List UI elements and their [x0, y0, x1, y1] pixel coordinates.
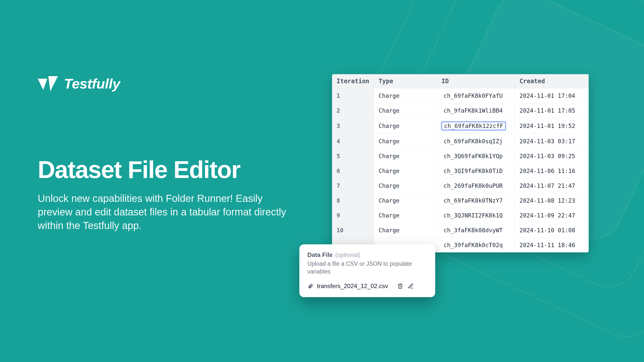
table-row[interactable]: 4Chargech_69faFK8k0sqIZj2024-11-03 03:17 [332, 134, 589, 149]
cell-created[interactable]: 2024-11-03 03:17 [515, 134, 589, 149]
cell-id[interactable]: ch_69faFK8k0FYafU [437, 88, 515, 103]
cell-id[interactable]: ch_3faFK8k08dvyWT [437, 223, 515, 238]
cell-type[interactable]: Charge [374, 178, 437, 193]
table-row[interactable]: 8Chargech_69faFK8k0TNzY72024-11-08 12:23 [332, 193, 589, 208]
cell-id[interactable]: ch_69faFK8k0sqIZj [437, 134, 515, 149]
col-header-type[interactable]: Type [374, 74, 437, 88]
page-title: Dataset File Editor [38, 157, 299, 183]
cell-type[interactable]: Charge [374, 103, 437, 118]
cell-created[interactable]: 2024-11-09 22:47 [515, 208, 589, 223]
table-row[interactable]: 1Chargech_69faFK8k0FYafU2024-11-01 17:04 [332, 88, 589, 103]
cell-type[interactable]: Charge [374, 134, 437, 149]
cell-type[interactable]: Charge [374, 118, 437, 134]
cell-iteration[interactable]: 8 [332, 193, 374, 208]
table-row[interactable]: 6Chargech_3QI9faFK8k0TiD2024-11-06 11:16 [332, 164, 589, 178]
testfully-logo-icon [38, 76, 58, 91]
table-header-row: Iteration Type ID Created [332, 74, 589, 88]
delete-file-button[interactable] [397, 283, 404, 290]
cell-type[interactable]: Charge [374, 149, 437, 164]
cell-created[interactable]: 2024-11-01 19:52 [515, 118, 589, 134]
cell-id[interactable]: ch_39faFK8k0cT02q [437, 238, 515, 253]
hero-panel: Testfully Dataset File Editor Unlock new… [38, 75, 299, 232]
data-file-description: Upload a file a CSV or JSON to populate … [307, 260, 427, 276]
attached-file-name[interactable]: transfers_2024_12_02.csv [317, 283, 388, 290]
cell-created[interactable]: 2024-11-01 17:04 [515, 88, 589, 103]
edit-file-button[interactable] [407, 283, 414, 290]
cell-iteration[interactable]: 6 [332, 164, 374, 178]
dataset-table[interactable]: Iteration Type ID Created 1Chargech_69fa… [332, 74, 589, 252]
cell-type[interactable]: Charge [374, 208, 437, 223]
cell-iteration[interactable]: 10 [332, 223, 374, 238]
cell-created[interactable]: 2024-11-07 21:47 [515, 178, 589, 193]
cell-id[interactable]: ch_3QJNRII2FK8k1Q [437, 208, 515, 223]
cell-type[interactable]: Charge [374, 223, 437, 238]
cell-id[interactable]: ch_269faFK8k0uPUR [437, 178, 515, 193]
cell-iteration[interactable]: 4 [332, 134, 374, 149]
attachment-icon [307, 283, 313, 289]
cell-created[interactable]: 2024-11-01 17:05 [515, 103, 589, 118]
cell-id[interactable]: ch_9faFK8k1WliBB4 [437, 103, 515, 118]
brand-logo: Testfully [38, 75, 299, 92]
page-description: Unlock new capabilities with Folder Runn… [38, 192, 299, 232]
data-file-heading: Data File (optional) [307, 251, 427, 258]
col-header-iteration[interactable]: Iteration [332, 74, 374, 88]
table-row[interactable]: 9Chargech_3QJNRII2FK8k1Q2024-11-09 22:47 [332, 208, 589, 223]
cell-id[interactable]: ch_69faFK8k0TNzY7 [437, 193, 515, 208]
data-file-card: Data File (optional) Upload a file a CSV… [299, 244, 435, 297]
dataset-table-panel: Iteration Type ID Created 1Chargech_69fa… [332, 74, 589, 252]
cell-iteration[interactable]: 7 [332, 178, 374, 193]
cell-created[interactable]: 2024-11-06 11:16 [515, 164, 589, 178]
cell-iteration[interactable]: 5 [332, 149, 374, 164]
cell-created[interactable]: 2024-11-08 12:23 [515, 193, 589, 208]
cell-created[interactable]: 2024-11-11 18:46 [515, 238, 589, 253]
cell-iteration[interactable]: 1 [332, 88, 374, 103]
cell-iteration[interactable]: 9 [332, 208, 374, 223]
col-header-created[interactable]: Created [515, 74, 589, 88]
data-file-optional: (optional) [335, 251, 360, 258]
cell-type[interactable]: Charge [374, 193, 437, 208]
table-row[interactable]: 3Chargech_69faFK8k12zcfF2024-11-01 19:52 [332, 118, 589, 134]
data-file-title: Data File [307, 251, 333, 258]
cell-iteration[interactable]: 2 [332, 103, 374, 118]
cell-type[interactable]: Charge [374, 88, 437, 103]
cell-iteration[interactable]: 3 [332, 118, 374, 134]
attached-file-row: transfers_2024_12_02.csv [307, 283, 427, 290]
table-row[interactable]: 2Chargech_9faFK8k1WliBB42024-11-01 17:05 [332, 103, 589, 118]
cell-type[interactable]: Charge [374, 164, 437, 178]
cell-id[interactable]: ch_3Q69faFK8k1YQp [437, 149, 515, 164]
col-header-id[interactable]: ID [437, 74, 515, 88]
table-row[interactable]: 10Chargech_3faFK8k08dvyWT2024-11-10 01:0… [332, 223, 589, 238]
cell-created[interactable]: 2024-11-03 09:25 [515, 149, 589, 164]
cell-id[interactable]: ch_3QI9faFK8k0TiD [437, 164, 515, 178]
table-row[interactable]: 5Chargech_3Q69faFK8k1YQp2024-11-03 09:25 [332, 149, 589, 164]
brand-name: Testfully [64, 75, 120, 92]
cell-id[interactable]: ch_69faFK8k12zcfF [437, 118, 515, 134]
table-row[interactable]: 7Chargech_269faFK8k0uPUR2024-11-07 21:47 [332, 178, 589, 193]
cell-created[interactable]: 2024-11-10 01:08 [515, 223, 589, 238]
